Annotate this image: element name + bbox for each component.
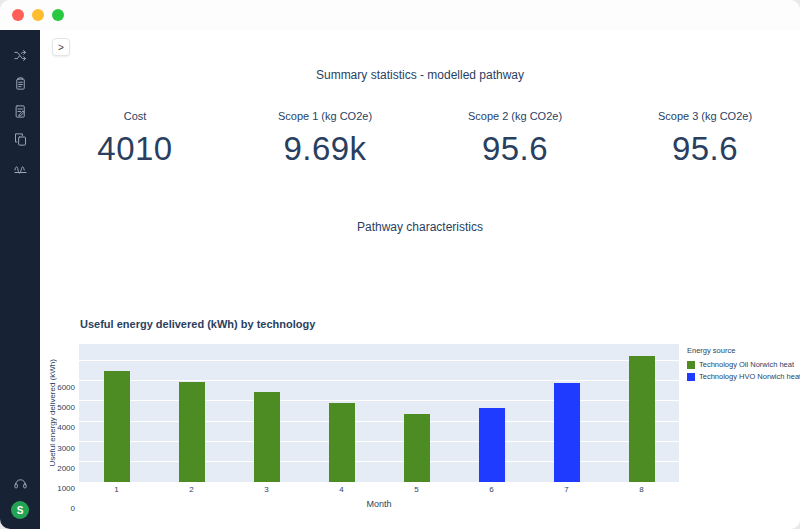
- gridline: [79, 441, 679, 442]
- legend-swatch: [687, 361, 695, 369]
- stat-scope2: Scope 2 (kg CO2e) 95.6: [420, 110, 610, 168]
- bar-month-1[interactable]: [104, 371, 130, 482]
- stat-scope3: Scope 3 (kg CO2e) 95.6: [610, 110, 800, 168]
- bar-month-6[interactable]: [479, 408, 505, 482]
- legend-title: Energy source: [687, 346, 800, 355]
- gridline: [79, 421, 679, 422]
- titlebar: [0, 0, 800, 30]
- x-tick-label: 1: [79, 485, 154, 494]
- stat-label: Scope 3 (kg CO2e): [610, 110, 800, 122]
- gridline: [79, 380, 679, 381]
- stat-value: 95.6: [610, 130, 800, 168]
- sidebar-expand-button[interactable]: >: [52, 38, 70, 56]
- x-tick-label: 2: [154, 485, 229, 494]
- legend-entry[interactable]: Technology HVO Norwich heat: [687, 372, 800, 381]
- bar-month-4[interactable]: [329, 403, 355, 482]
- shuffle-icon[interactable]: [13, 48, 28, 63]
- traffic-lights: [12, 9, 64, 21]
- legend: Energy source Technology Oil Norwich hea…: [687, 344, 800, 381]
- legend-swatch: [687, 373, 695, 381]
- stat-cost: Cost 4010: [40, 110, 230, 168]
- legend-label: Technology Oil Norwich heat: [699, 360, 794, 369]
- y-tick-label: 2000: [43, 464, 75, 473]
- gridline: [79, 360, 679, 361]
- plot-area: [79, 344, 679, 482]
- copy-icon[interactable]: [13, 132, 28, 147]
- stat-label: Scope 1 (kg CO2e): [230, 110, 420, 122]
- headset-icon[interactable]: [13, 476, 28, 491]
- legend-entries: Technology Oil Norwich heatTechnology HV…: [687, 360, 800, 381]
- bar-month-2[interactable]: [179, 382, 205, 482]
- x-tick-label: 3: [229, 485, 304, 494]
- stats-row: Cost 4010 Scope 1 (kg CO2e) 9.69k Scope …: [40, 110, 800, 168]
- signature-icon[interactable]: [13, 160, 28, 175]
- stat-label: Cost: [40, 110, 230, 122]
- legend-label: Technology HVO Norwich heat: [699, 372, 800, 381]
- chart-row: Useful energy delivered (kWh) Month 0100…: [48, 344, 800, 509]
- stat-value: 95.6: [420, 130, 610, 168]
- y-tick-label: 0: [43, 504, 75, 513]
- x-tick-label: 4: [304, 485, 379, 494]
- stat-label: Scope 2 (kg CO2e): [420, 110, 610, 122]
- document-edit-icon[interactable]: [13, 104, 28, 119]
- close-button[interactable]: [12, 9, 24, 21]
- pathway-characteristics-title: Pathway characteristics: [40, 220, 800, 234]
- bar-month-3[interactable]: [254, 392, 280, 482]
- chart-section: Useful energy delivered (kWh) by technol…: [40, 318, 800, 509]
- minimize-button[interactable]: [32, 9, 44, 21]
- legend-entry[interactable]: Technology Oil Norwich heat: [687, 360, 800, 369]
- x-tick-label: 5: [379, 485, 454, 494]
- sidebar-bottom: S: [11, 476, 29, 519]
- sidebar: S: [0, 30, 40, 529]
- stat-value: 9.69k: [230, 130, 420, 168]
- chart-title: Useful energy delivered (kWh) by technol…: [80, 318, 800, 330]
- gridline: [79, 400, 679, 401]
- clipboard-icon[interactable]: [13, 76, 28, 91]
- stat-scope1: Scope 1 (kg CO2e) 9.69k: [230, 110, 420, 168]
- plot-wrap: Month 010002000300040005000600012345678: [79, 344, 679, 509]
- bar-month-7[interactable]: [554, 383, 580, 482]
- x-tick-label: 6: [454, 485, 529, 494]
- stat-value: 4010: [40, 130, 230, 168]
- y-tick-label: 3000: [43, 444, 75, 453]
- x-tick-label: 8: [604, 485, 679, 494]
- summary-title: Summary statistics - modelled pathway: [40, 68, 800, 82]
- y-axis-label: Useful energy delivered (kWh): [48, 344, 57, 482]
- app-window: S > Summary statistics - modelled pathwa…: [0, 0, 800, 529]
- y-tick-label: 6000: [43, 383, 75, 392]
- y-tick-label: 5000: [43, 403, 75, 412]
- x-tick-label: 7: [529, 485, 604, 494]
- gridline: [79, 461, 679, 462]
- user-avatar[interactable]: S: [11, 501, 29, 519]
- zoom-button[interactable]: [52, 9, 64, 21]
- bar-month-8[interactable]: [629, 356, 655, 482]
- main-content: > Summary statistics - modelled pathway …: [40, 30, 800, 529]
- y-tick-label: 1000: [43, 484, 75, 493]
- sidebar-nav: [13, 48, 28, 175]
- y-tick-label: 4000: [43, 423, 75, 432]
- x-axis-title: Month: [79, 499, 679, 509]
- bar-month-5[interactable]: [404, 414, 430, 482]
